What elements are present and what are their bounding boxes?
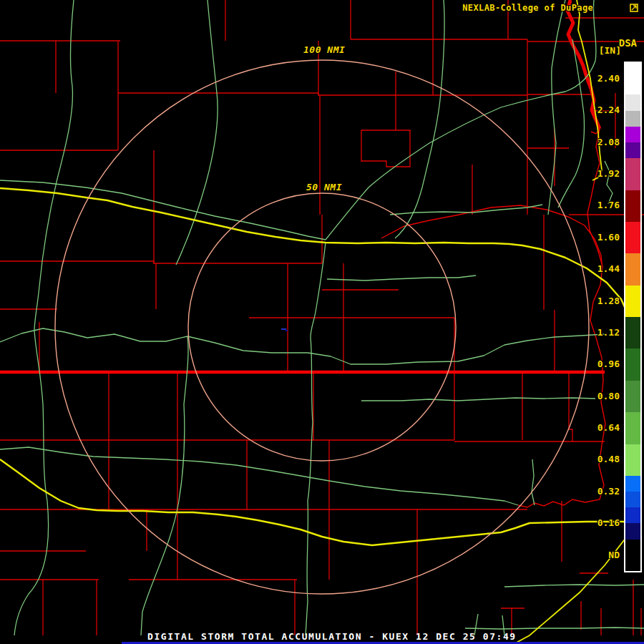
brand-text: NEXLAB-College of DuPage [462, 3, 593, 13]
scale-segment [625, 94, 640, 110]
scale-segment [625, 476, 640, 492]
scale-value-label: 0.96 [597, 358, 620, 370]
scale-value-label: 0.16 [597, 517, 620, 529]
scale-value-label: 2.08 [597, 137, 620, 148]
highway-yellow-lines [0, 0, 635, 644]
range-ring-100nmi-label: 100 NMI [303, 44, 345, 55]
scale-value-label: 1.12 [597, 327, 620, 338]
scale-segment [625, 222, 640, 253]
scale-value-label: 0.80 [597, 391, 620, 402]
scale-segment [625, 348, 640, 380]
scale-segment [625, 412, 640, 444]
scale-segment [625, 540, 640, 571]
color-scale-bar [624, 62, 642, 572]
product-units: [IN] [599, 45, 621, 56]
radar-map [0, 0, 644, 644]
scale-value-label: 1.60 [597, 232, 620, 243]
product-title: DIGITAL STORM TOTAL ACCUMULATION - KUEX … [147, 631, 517, 642]
scale-value-label: 0.48 [597, 454, 620, 465]
scale-segment [625, 158, 640, 190]
scale-value-label: 1.28 [597, 296, 620, 307]
scale-segment [625, 111, 640, 127]
scale-value-label: 1.76 [597, 200, 620, 211]
scale-segment [625, 142, 640, 158]
nexlab-logo-icon [597, 4, 638, 12]
precip-echo [281, 328, 288, 331]
scale-segment [625, 286, 640, 317]
missouri-river-line [518, 0, 605, 507]
brand-header: NEXLAB-College of DuPage [462, 3, 638, 13]
scale-value-label: 0.32 [597, 486, 620, 497]
scale-segment [625, 127, 640, 142]
scale-value-label: 2.40 [597, 73, 620, 84]
scale-value-label: 1.44 [597, 263, 620, 275]
scale-value-label: 1.92 [597, 168, 620, 180]
scale-segment [625, 381, 640, 412]
radar-display: NEXLAB-College of DuPage DSA [IN] 100 NM… [0, 0, 644, 644]
scale-value-label: ND [608, 550, 620, 561]
product-code: DSA [619, 37, 637, 49]
scale-segment [625, 253, 640, 285]
platte-river-line [381, 205, 602, 272]
scale-segment [625, 444, 640, 476]
range-ring-50nmi-label: 50 NMI [306, 182, 342, 192]
range-ring-100nmi [55, 60, 589, 594]
scale-segment [625, 190, 640, 222]
scale-value-label: 2.24 [597, 104, 620, 116]
scale-segment [625, 63, 640, 94]
scale-value-label: 0.64 [597, 422, 620, 434]
scale-segment [625, 317, 640, 348]
scale-segment [625, 492, 640, 507]
scale-segment [625, 523, 640, 539]
scale-segment [625, 507, 640, 523]
